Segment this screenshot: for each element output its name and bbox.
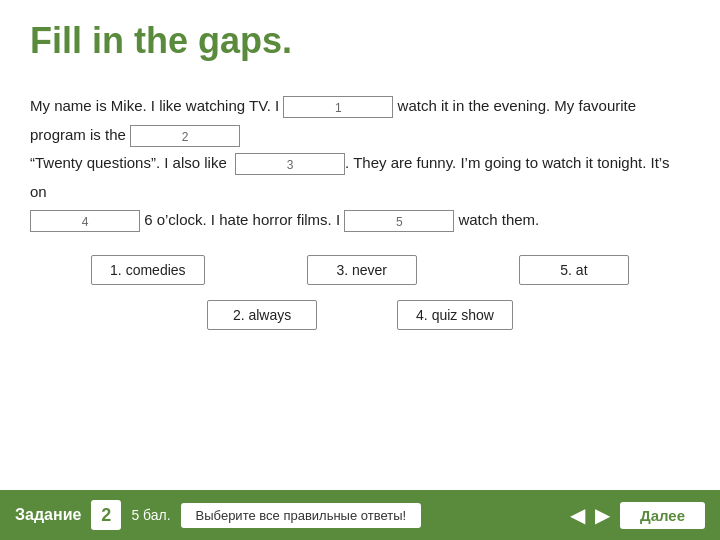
- answer-row-1: 1. comedies 3. never 5. at: [40, 255, 680, 285]
- text-part3: “Twenty questions”. I also like: [30, 154, 231, 171]
- answer-3-never[interactable]: 3. never: [307, 255, 417, 285]
- text-part5: 6 o’clock. I hate horror films. I: [140, 211, 344, 228]
- dalee-button[interactable]: Далее: [620, 502, 705, 529]
- answer-4-quiz-show[interactable]: 4. quiz show: [397, 300, 513, 330]
- score-label: 5 бал.: [131, 507, 170, 523]
- page-title: Fill in the gaps.: [30, 20, 690, 62]
- answer-2-always[interactable]: 2. always: [207, 300, 317, 330]
- gap-2-label: 2: [182, 130, 189, 144]
- forward-arrow[interactable]: ▶: [595, 503, 610, 527]
- text-part1: My name is Mike. I like watching TV. I: [30, 97, 283, 114]
- gap-5[interactable]: 5: [344, 210, 454, 232]
- answers-area: 1. comedies 3. never 5. at 2. always 4. …: [30, 255, 690, 335]
- main-container: Fill in the gaps. My name is Mike. I lik…: [0, 0, 720, 490]
- fill-text: My name is Mike. I like watching TV. I 1…: [30, 92, 690, 235]
- answer-5-at[interactable]: 5. at: [519, 255, 629, 285]
- bottom-bar: Задание 2 5 бал. Выберите все правильные…: [0, 490, 720, 540]
- gap-1-label: 1: [335, 101, 342, 115]
- text-part6: watch them.: [454, 211, 539, 228]
- gap-1[interactable]: 1: [283, 96, 393, 118]
- answer-row-2: 2. always 4. quiz show: [40, 300, 680, 330]
- gap-5-label: 5: [396, 215, 403, 229]
- bottom-right: ◀ ▶ Далее: [570, 502, 705, 529]
- gap-2[interactable]: 2: [130, 125, 240, 147]
- bottom-left: Задание 2 5 бал. Выберите все правильные…: [15, 500, 421, 530]
- gap-3-label: 3: [287, 158, 294, 172]
- instruction-button[interactable]: Выберите все правильные ответы!: [181, 503, 422, 528]
- back-arrow[interactable]: ◀: [570, 503, 585, 527]
- zadanie-num: 2: [91, 500, 121, 530]
- gap-4-label: 4: [82, 215, 89, 229]
- gap-3[interactable]: 3: [235, 153, 345, 175]
- zadanie-label: Задание: [15, 506, 81, 524]
- answer-1-comedies[interactable]: 1. comedies: [91, 255, 204, 285]
- gap-4[interactable]: 4: [30, 210, 140, 232]
